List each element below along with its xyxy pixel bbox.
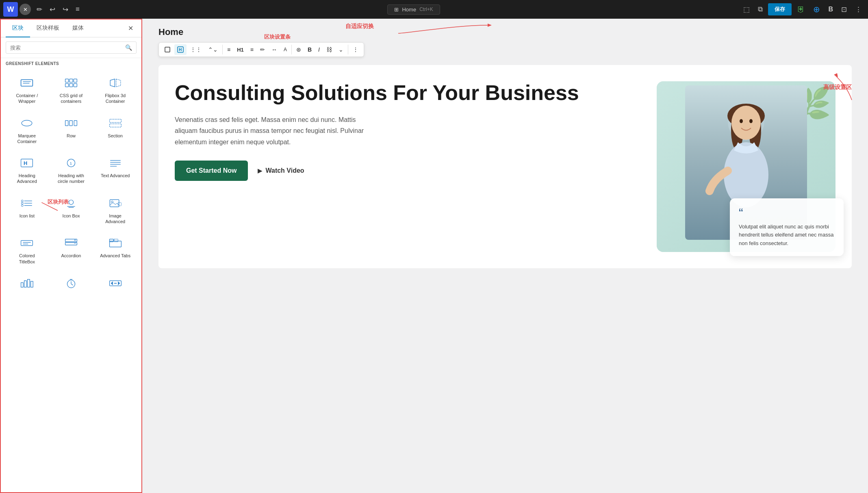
undo-button[interactable]: ↩ — [47, 4, 58, 15]
svg-rect-47 — [114, 239, 118, 242]
shield-icon-button[interactable]: ⛨ — [794, 3, 808, 16]
block-timer[interactable] — [50, 271, 93, 298]
watch-video-button[interactable]: ▶ Watch Video — [258, 167, 304, 174]
heading-circle-label: Heading withcircle number — [58, 173, 85, 185]
more-options-button[interactable]: ⋮ — [852, 3, 865, 16]
ellipsis-icon: ⋮ — [855, 6, 862, 13]
svg-point-31 — [69, 200, 73, 204]
toolbar-heading-button[interactable]: H — [174, 44, 187, 55]
svg-point-72 — [749, 119, 753, 123]
svg-rect-16 — [109, 124, 121, 127]
tab-media[interactable]: 媒体 — [66, 20, 90, 37]
block-flipbox[interactable]: Flipbox 3dContainer — [94, 71, 137, 109]
toolbar-italic-button[interactable]: I — [315, 44, 323, 55]
colored-title-label: ColoredTitleBox — [19, 253, 35, 265]
icon-box-icon — [62, 196, 80, 211]
block-icon-list[interactable]: Icon list — [6, 191, 48, 230]
block-accordion[interactable]: Accordion — [50, 231, 93, 269]
block-text-adv[interactable]: Text Advanced — [94, 151, 137, 189]
row-icon — [62, 116, 80, 130]
icon-box-label: Icon Box — [63, 213, 80, 219]
heading-circle-icon: 1 — [62, 156, 80, 170]
block-image-adv[interactable]: ImageAdvanced — [94, 191, 137, 230]
block-row[interactable]: Row — [50, 111, 93, 150]
toolbar-h1-button[interactable]: H1 — [234, 45, 247, 55]
block-marquee[interactable]: MarqueeContainer — [6, 111, 48, 150]
toolbar-align-button[interactable]: ≡ — [224, 44, 233, 55]
block-heading-circle[interactable]: 1 Heading withcircle number — [50, 151, 93, 189]
external-link-button[interactable]: ⧉ — [755, 3, 766, 15]
get-started-button[interactable]: Get Started Now — [175, 161, 248, 181]
monitor-icon-button[interactable]: ⬚ — [740, 3, 753, 16]
toolbar-list-button[interactable]: ≡ — [247, 44, 256, 55]
monitor-icon: ⬚ — [743, 6, 750, 13]
search-input[interactable] — [10, 45, 123, 51]
toolbar-move-button[interactable]: ⌃⌄ — [205, 44, 221, 55]
layout-icon-button[interactable]: ⊡ — [838, 3, 850, 16]
tab-blocks[interactable]: 区块 — [6, 20, 30, 37]
canvas-area: 自适应切换 高级设置区 Home 区块设置条 H ⋮⋮ ⌃⌄ — [142, 19, 868, 493]
menu-button[interactable]: ≡ — [73, 4, 82, 15]
container-wrapper-icon — [18, 76, 36, 90]
hero-buttons: Get Started Now ▶ Watch Video — [175, 161, 640, 181]
advanced-tabs-label: Advanced Tabs — [100, 253, 130, 258]
toolbar-width-button[interactable]: ↔ — [269, 44, 280, 55]
block-slider[interactable] — [94, 271, 137, 298]
css-grid-label: CSS grid ofcontainers — [60, 93, 82, 104]
css-grid-icon — [62, 76, 80, 90]
toolbar-drag-button[interactable]: ⋮⋮ — [187, 44, 204, 55]
page-title: Home — [158, 27, 852, 37]
section-label: GREENSHIFT ELEMENTS — [1, 58, 141, 67]
toolbar-divider-3 — [348, 45, 348, 54]
sidebar-tabs: 区块 区块样板 媒体 ✕ — [1, 20, 141, 37]
quote-text: Volutpat elit aliquet nunc ac quis morbi… — [739, 223, 835, 248]
main-layout: 区块 区块样板 媒体 ✕ 🔍 GREENSHIFT ELEMENTS — [0, 19, 868, 493]
top-bar-center: ⊞ Home Ctrl+K — [87, 4, 741, 15]
svg-text:H: H — [24, 160, 27, 166]
redo-button[interactable]: ↪ — [60, 4, 71, 15]
block-toolbar: H ⋮⋮ ⌃⌄ ≡ H1 ≡ ✏ ↔ A ⊛ B I ⛓ ⌄ ⋮ — [158, 42, 364, 57]
toolbar-dropdown-button[interactable]: ⌄ — [336, 44, 346, 55]
container-wrapper-label: Container /Wrapper — [16, 93, 38, 104]
row-label: Row — [67, 133, 76, 139]
stack-icon-button[interactable]: ⊕ — [810, 2, 823, 16]
toolbar-paragraph-button[interactable] — [161, 44, 174, 55]
sidebar-close-button[interactable]: ✕ — [125, 21, 137, 35]
block-chart[interactable] — [6, 271, 48, 298]
svg-rect-13 — [69, 120, 72, 126]
block-container-wrapper[interactable]: Container /Wrapper — [6, 71, 48, 109]
block-icon-box[interactable]: Icon Box — [50, 191, 93, 230]
block-css-grid[interactable]: CSS grid ofcontainers — [50, 71, 93, 109]
block-colored-title[interactable]: ColoredTitleBox — [6, 231, 48, 269]
icon-list-label: Icon list — [20, 213, 35, 219]
image-adv-icon — [106, 196, 124, 211]
svg-marker-59 — [118, 281, 120, 285]
chart-icon — [18, 276, 36, 291]
tab-patterns[interactable]: 区块样板 — [30, 20, 66, 37]
svg-rect-50 — [28, 279, 30, 287]
top-bar: W ✕ ✏ ↩ ↪ ≡ ⊞ Home Ctrl+K ⬚ ⧉ 保存 ⛨ ⊕ B ⊡ — [0, 0, 868, 19]
toolbar-font-size-button[interactable]: A — [281, 45, 290, 54]
location-bar[interactable]: ⊞ Home Ctrl+K — [387, 4, 440, 15]
toolbar-bold-button[interactable]: B — [305, 44, 315, 55]
toolbar-more-button[interactable]: ⋮ — [350, 44, 361, 55]
marquee-label: MarqueeContainer — [17, 133, 37, 145]
block-advanced-tabs[interactable]: Advanced Tabs — [94, 231, 137, 269]
pencil-tool-button[interactable]: ✏ — [34, 4, 45, 15]
svg-rect-34 — [110, 200, 119, 207]
block-heading-adv[interactable]: H HeadingAdvanced — [6, 151, 48, 189]
location-shortcut: Ctrl+K — [419, 7, 433, 12]
wp-logo[interactable]: W — [3, 2, 18, 17]
toolbar-pen-button[interactable]: ✏ — [257, 44, 268, 55]
b-icon: B — [828, 6, 833, 13]
b-icon-button[interactable]: B — [825, 3, 836, 15]
save-button[interactable]: 保存 — [768, 3, 792, 15]
block-section[interactable]: Section — [94, 111, 137, 150]
toolbar-divider-1 — [222, 45, 223, 54]
toolbar-link-button[interactable]: ⛓ — [323, 44, 335, 55]
close-editor-button[interactable]: ✕ — [20, 4, 31, 15]
svg-point-11 — [22, 120, 33, 126]
heading-adv-label: HeadingAdvanced — [17, 173, 37, 185]
toolbar-db-button[interactable]: ⊛ — [293, 44, 304, 55]
external-link-icon: ⧉ — [758, 5, 763, 13]
